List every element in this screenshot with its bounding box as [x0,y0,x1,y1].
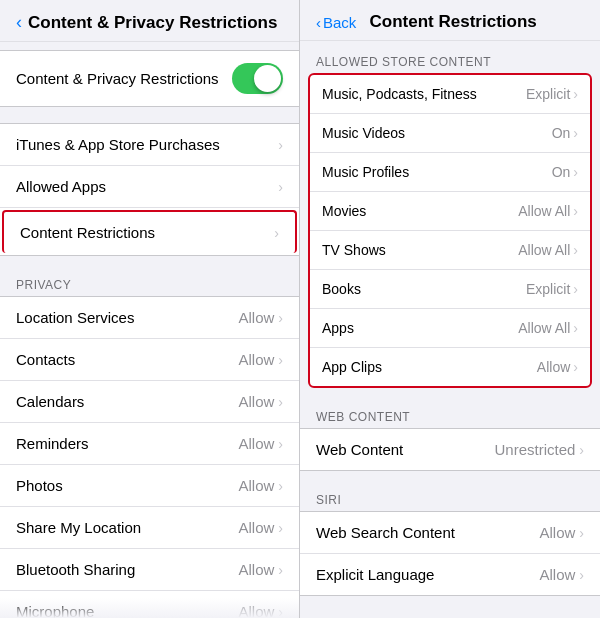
calendars-right: Allow › [238,393,283,410]
app-clips-value: Allow [537,359,570,375]
reminders-row[interactable]: Reminders Allow › [0,423,299,465]
allowed-apps-label: Allowed Apps [16,178,106,195]
content-privacy-toggle[interactable] [232,63,283,94]
music-profiles-value: On [552,164,571,180]
music-podcasts-row[interactable]: Music, Podcasts, Fitness Explicit › [310,75,590,114]
web-search-content-row[interactable]: Web Search Content Allow › [300,512,600,554]
movies-right: Allow All › [518,203,578,219]
app-clips-row[interactable]: App Clips Allow › [310,348,590,386]
reminders-chevron: › [278,436,283,452]
toggle-label: Content & Privacy Restrictions [16,70,219,87]
tv-shows-chevron: › [573,242,578,258]
movies-value: Allow All [518,203,570,219]
reminders-label: Reminders [16,435,89,452]
bluetooth-sharing-row[interactable]: Bluetooth Sharing Allow › [0,549,299,591]
movies-row[interactable]: Movies Allow All › [310,192,590,231]
left-panel-title: Content & Privacy Restrictions [28,13,277,33]
right-back-chevron-icon: ‹ [316,14,321,31]
content-restrictions-chevron: › [274,225,279,241]
calendars-row[interactable]: Calendars Allow › [0,381,299,423]
location-services-row[interactable]: Location Services Allow › [0,297,299,339]
microphone-label: Microphone [16,603,94,618]
app-clips-chevron: › [573,359,578,375]
itunes-purchases-row[interactable]: iTunes & App Store Purchases › [0,124,299,166]
location-services-value: Allow [238,309,274,326]
location-services-right: Allow › [238,309,283,326]
music-profiles-row[interactable]: Music Profiles On › [310,153,590,192]
privacy-section-label: PRIVACY [0,272,299,296]
web-content-chevron: › [579,442,584,458]
explicit-language-value: Allow [539,566,575,583]
music-podcasts-chevron: › [573,86,578,102]
web-search-content-label: Web Search Content [316,524,455,541]
books-label: Books [322,281,361,297]
photos-right: Allow › [238,477,283,494]
apps-chevron: › [573,320,578,336]
movies-chevron: › [573,203,578,219]
music-videos-right: On › [552,125,578,141]
microphone-row[interactable]: Microphone Allow › [0,591,299,618]
music-videos-chevron: › [573,125,578,141]
photos-value: Allow [238,477,274,494]
content-restrictions-right: › [274,225,279,241]
photos-chevron: › [278,478,283,494]
web-content-value: Unrestricted [494,441,575,458]
photos-label: Photos [16,477,63,494]
main-menu-section: iTunes & App Store Purchases › Allowed A… [0,123,299,256]
explicit-language-row[interactable]: Explicit Language Allow › [300,554,600,595]
contacts-row[interactable]: Contacts Allow › [0,339,299,381]
siri-section-label: SIRI [300,487,600,511]
allowed-apps-chevron: › [278,179,283,195]
music-videos-row[interactable]: Music Videos On › [310,114,590,153]
toggle-section: Content & Privacy Restrictions [0,50,299,107]
left-header: ‹ Content & Privacy Restrictions [0,0,299,42]
reminders-right: Allow › [238,435,283,452]
content-restrictions-label: Content Restrictions [20,224,155,241]
app-clips-label: App Clips [322,359,382,375]
music-podcasts-value: Explicit [526,86,570,102]
contacts-label: Contacts [16,351,75,368]
web-content-right: Unrestricted › [494,441,584,458]
tv-shows-value: Allow All [518,242,570,258]
bluetooth-sharing-chevron: › [278,562,283,578]
music-podcasts-right: Explicit › [526,86,578,102]
contacts-chevron: › [278,352,283,368]
web-search-content-chevron: › [579,525,584,541]
explicit-language-label: Explicit Language [316,566,434,583]
allowed-apps-row[interactable]: Allowed Apps › [0,166,299,208]
books-right: Explicit › [526,281,578,297]
location-services-chevron: › [278,310,283,326]
contacts-value: Allow [238,351,274,368]
tv-shows-row[interactable]: TV Shows Allow All › [310,231,590,270]
share-location-row[interactable]: Share My Location Allow › [0,507,299,549]
right-back-button[interactable]: ‹ Back [316,14,356,31]
music-podcasts-label: Music, Podcasts, Fitness [322,86,477,102]
microphone-chevron: › [278,604,283,619]
calendars-value: Allow [238,393,274,410]
contacts-right: Allow › [238,351,283,368]
web-content-section-label: WEB CONTENT [300,404,600,428]
movies-label: Movies [322,203,366,219]
location-services-label: Location Services [16,309,134,326]
share-location-chevron: › [278,520,283,536]
share-location-label: Share My Location [16,519,141,536]
toggle-knob [254,65,281,92]
itunes-purchases-right: › [278,137,283,153]
music-profiles-chevron: › [573,164,578,180]
right-content: ALLOWED STORE CONTENT Music, Podcasts, F… [300,41,600,618]
photos-row[interactable]: Photos Allow › [0,465,299,507]
left-content: Content & Privacy Restrictions iTunes & … [0,42,299,618]
web-content-row[interactable]: Web Content Unrestricted › [300,429,600,470]
right-header: ‹ Back Content Restrictions [300,0,600,41]
right-back-label: Back [323,14,356,31]
content-privacy-toggle-row[interactable]: Content & Privacy Restrictions [0,51,299,106]
back-chevron-icon[interactable]: ‹ [16,12,22,33]
books-row[interactable]: Books Explicit › [310,270,590,309]
books-chevron: › [573,281,578,297]
bluetooth-sharing-value: Allow [238,561,274,578]
apps-row[interactable]: Apps Allow All › [310,309,590,348]
microphone-value: Allow [238,603,274,618]
microphone-right: Allow › [238,603,283,618]
explicit-language-right: Allow › [539,566,584,583]
content-restrictions-row[interactable]: Content Restrictions › [2,210,297,253]
